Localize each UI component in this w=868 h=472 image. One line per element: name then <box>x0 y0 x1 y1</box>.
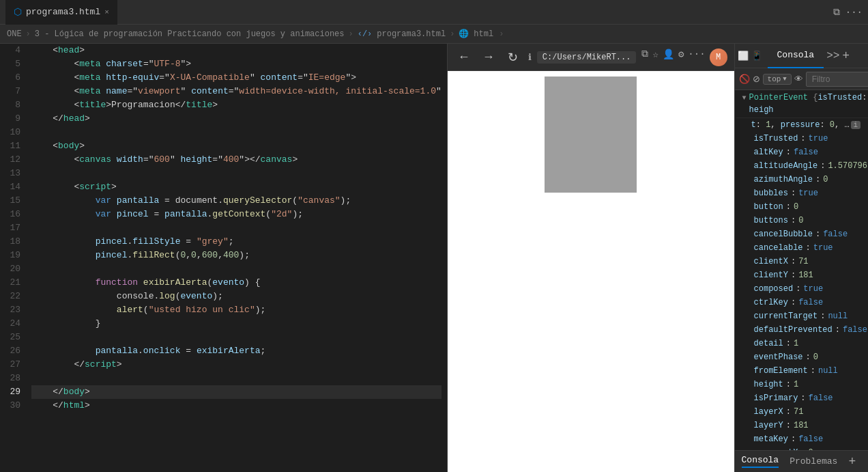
code-line-13 <box>31 167 442 180</box>
prop-isPrimary: isPrimary:false <box>735 391 868 405</box>
code-line-21: function exibirAlerta(evento) { <box>31 276 442 290</box>
line-num-25: 25 <box>5 331 20 344</box>
devtools-panel: ⬜ 📱 Consola >> + 1 ⚙ ⤢ ··· ✕ 🚫 ⊘ top <box>734 44 868 472</box>
url-display[interactable]: C:/Users/MikeRT... <box>537 51 637 64</box>
prop-buttons: buttons:0 <box>735 214 868 227</box>
line-num-18: 18 <box>5 235 20 249</box>
code-line-9: </head> <box>31 112 442 126</box>
extensions-icon[interactable]: ⧉ <box>641 48 648 66</box>
browser-toolbar: ← → ↻ ℹ C:/Users/MikeRT... ⧉ ☆ 👤 ⚙ ··· M <box>448 44 734 71</box>
forward-button[interactable]: → <box>479 48 498 67</box>
tab-console[interactable]: Consola <box>768 44 824 68</box>
code-line-12: <canvas width="600" height="400"></canva… <box>31 153 442 167</box>
breadcrumb-file: programa3.html <box>377 29 446 39</box>
settings-icon[interactable]: ⚙ <box>678 48 684 66</box>
back-button[interactable]: ← <box>454 48 474 67</box>
prop-azimuthAngle: azimuthAngle:0 <box>735 173 868 186</box>
profile-avatar[interactable]: M <box>710 48 727 66</box>
tab-close-button[interactable]: × <box>104 8 109 16</box>
prop-detail: detail:1 <box>735 337 868 350</box>
line-num-14: 14 <box>5 180 20 194</box>
top-context-selector[interactable]: top ▼ <box>763 74 792 85</box>
inspect-icon[interactable]: ⬜ <box>738 51 749 61</box>
breadcrumb-html: html <box>474 29 493 39</box>
console-output[interactable]: PointerEvent {isTrusted: true, pointerId… <box>735 90 868 450</box>
code-line-14: <script> <box>31 180 442 194</box>
line-numbers: 4 5 6 7 8 9 10 11 12 13 14 15 16 17 18 1… <box>0 44 26 472</box>
line-num-28: 28 <box>5 372 20 385</box>
line-num-11: 11 <box>5 139 20 153</box>
line-num-5: 5 <box>5 57 20 71</box>
line-num-6: 6 <box>5 71 20 85</box>
right-split: ← → ↻ ℹ C:/Users/MikeRT... ⧉ ☆ 👤 ⚙ ··· M <box>447 44 868 472</box>
code-line-16: var pincel = pantalla.getContext("2d"); <box>31 208 442 221</box>
line-num-10: 10 <box>5 126 20 139</box>
line-num-16: 16 <box>5 208 20 221</box>
code-line-27: </script> <box>31 358 442 372</box>
filter-input[interactable] <box>806 72 868 87</box>
more-actions-icon[interactable]: ··· <box>845 7 863 18</box>
more-panels-icon[interactable]: >> <box>826 50 839 62</box>
pointer-event-suffix: t: 1, pressure: 0, …i <box>735 118 868 132</box>
bottom-tab-problems[interactable]: Problemas <box>790 456 837 467</box>
line-num-24: 24 <box>5 317 20 331</box>
split-editor-icon[interactable]: ⧉ <box>833 7 840 18</box>
add-tab-button[interactable]: + <box>848 455 856 469</box>
code-line-10 <box>31 126 442 139</box>
prop-layerY: layerY:181 <box>735 419 868 432</box>
prop-clientX: clientX:71 <box>735 255 868 268</box>
filter-toggle-button[interactable]: ⊘ <box>753 72 760 87</box>
prop-defaultPrevented: defaultPrevented:false <box>735 323 868 337</box>
more-icon[interactable]: ··· <box>688 48 705 66</box>
prop-fromElement: fromElement:null <box>735 364 868 378</box>
breadcrumb-sep3: › <box>450 29 454 39</box>
clear-console-button[interactable]: 🚫 <box>739 72 750 87</box>
eye-icon-button[interactable]: 👁 <box>794 72 803 87</box>
bookmark-icon[interactable]: ☆ <box>652 48 658 66</box>
account-icon[interactable]: 👤 <box>663 48 674 66</box>
breadcrumb-sep1: › <box>26 29 31 39</box>
refresh-button[interactable]: ↻ <box>504 48 523 67</box>
line-num-23: 23 <box>5 303 20 317</box>
expand-pointer-arrow[interactable] <box>742 92 747 105</box>
top-label: top <box>768 75 781 83</box>
mobile-icon[interactable]: 📱 <box>751 51 762 61</box>
prop-metaKey: metaKey:false <box>735 432 868 446</box>
info-icon: ℹ <box>528 52 532 63</box>
breadcrumb-one: ONE <box>7 29 22 39</box>
line-num-17: 17 <box>5 221 20 235</box>
code-line-5: <meta charset="UTF-8"> <box>31 57 442 71</box>
code-line-25 <box>31 331 442 344</box>
line-num-20: 20 <box>5 262 20 276</box>
breadcrumb: ONE › 3 - Lógica de programación Practic… <box>0 25 868 44</box>
line-num-4: 4 <box>5 44 20 57</box>
line-num-22: 22 <box>5 290 20 303</box>
line-num-15: 15 <box>5 194 20 208</box>
code-line-20 <box>31 262 442 276</box>
line-num-7: 7 <box>5 85 20 98</box>
prop-ctrlKey: ctrlKey:false <box>735 296 868 309</box>
tabs-container: ⬡ programa3.html × <box>5 0 833 25</box>
prop-isTrusted: isTrusted:true <box>735 132 868 145</box>
code-line-29: </body> <box>31 385 442 399</box>
code-line-4: <head> <box>31 44 442 57</box>
line-num-27: 27 <box>5 358 20 372</box>
code-content[interactable]: <head> <meta charset="UTF-8"> <meta http… <box>26 44 447 472</box>
editor-panel: 4 5 6 7 8 9 10 11 12 13 14 15 16 17 18 1… <box>0 44 447 472</box>
canvas-preview <box>545 77 637 193</box>
line-num-13: 13 <box>5 167 20 180</box>
code-line-19: pincel.fillRect(0,0,600,400); <box>31 249 442 262</box>
prop-altitudeAngle: altitudeAngle:1.5707963267948966 <box>735 159 868 173</box>
prop-cancelBubble: cancelBubble:false <box>735 227 868 241</box>
code-line-22: console.log(evento); <box>31 290 442 303</box>
code-line-8: <title>Programacion</title> <box>31 98 442 112</box>
tab-programa3[interactable]: ⬡ programa3.html × <box>5 0 117 25</box>
code-line-11: <body> <box>31 139 442 153</box>
breadcrumb-course: 3 - Lógica de programación Practicando c… <box>35 29 345 39</box>
bottom-tab-console[interactable]: Consola <box>742 455 779 468</box>
browser-panel: ← → ↻ ℹ C:/Users/MikeRT... ⧉ ☆ 👤 ⚙ ··· M <box>447 44 734 472</box>
breadcrumb-sep2: › <box>349 29 353 39</box>
tab-bar-actions: ⧉ ··· <box>833 7 863 18</box>
devtools-toolbar: 🚫 ⊘ top ▼ 👁 Niveles predetermine 1 hidde… <box>735 68 868 90</box>
add-panel-icon[interactable]: + <box>842 49 850 63</box>
